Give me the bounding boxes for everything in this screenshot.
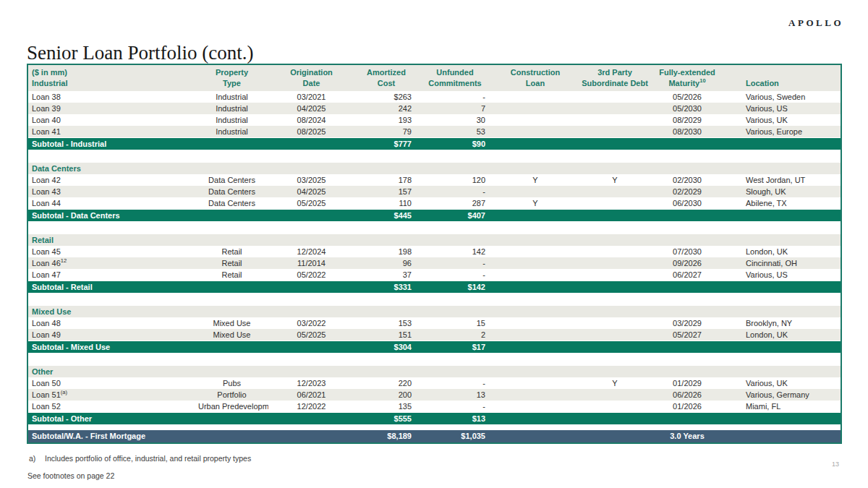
spacer-row bbox=[27, 425, 841, 431]
table-cell: - bbox=[418, 186, 492, 197]
subtotal-empty-cell bbox=[492, 281, 841, 294]
subtotal-cost-cell: $777 bbox=[354, 138, 418, 150]
column-header-line2: Date bbox=[271, 78, 352, 89]
table-cell: 7 bbox=[418, 103, 492, 114]
table-cell: 135 bbox=[354, 401, 418, 413]
table-cell: 151 bbox=[354, 329, 418, 341]
subtotal-cost-cell: $555 bbox=[354, 413, 418, 425]
column-header-line2: Commitments bbox=[421, 78, 489, 89]
table-cell: 01/2029 bbox=[651, 377, 723, 389]
table-cell: 178 bbox=[354, 174, 418, 186]
table-cell: 53 bbox=[418, 126, 492, 138]
table-cell: Urban Predevelopment bbox=[195, 401, 268, 413]
table-cell: 07/2030 bbox=[651, 246, 723, 257]
table-cell bbox=[492, 377, 579, 389]
column-header-line1: Construction bbox=[495, 67, 576, 78]
table-cell: Y bbox=[492, 197, 579, 210]
table-cell: London, UK bbox=[723, 329, 841, 341]
table-cell bbox=[579, 126, 651, 138]
table-cell: Retail bbox=[195, 246, 268, 257]
table-cell: 06/2030 bbox=[651, 197, 723, 210]
table-cell: 05/2025 bbox=[268, 197, 354, 210]
column-header: PropertyType bbox=[195, 64, 268, 91]
spacer-cell bbox=[27, 425, 841, 431]
table-cell: - bbox=[418, 91, 492, 103]
table-cell bbox=[492, 126, 579, 138]
table-cell: 157 bbox=[354, 186, 418, 197]
table-cell: Data Centers bbox=[195, 174, 268, 186]
table-row: Loan 50Pubs12/2023220-Y01/2029Various, U… bbox=[27, 377, 841, 389]
table-cell bbox=[492, 329, 579, 341]
table-cell: 11/2014 bbox=[268, 257, 354, 269]
table-cell bbox=[492, 186, 579, 197]
table-cell: London, UK bbox=[723, 246, 841, 257]
column-header-line1: Amortized bbox=[357, 67, 415, 78]
table-cell: Slough, UK bbox=[723, 186, 841, 197]
loan-name-cell: Loan 40 bbox=[27, 114, 195, 126]
table-cell: Cincinnati, OH bbox=[723, 257, 841, 269]
column-header: ($ in mm)Industrial bbox=[27, 64, 195, 91]
table-cell: 03/2029 bbox=[651, 317, 723, 329]
column-header: ConstructionLoan bbox=[492, 64, 579, 91]
section-label-cell: Mixed Use bbox=[27, 306, 841, 317]
table-cell: 12/2024 bbox=[268, 246, 354, 257]
subtotal-unfunded-cell: $90 bbox=[418, 138, 492, 150]
table-cell: 01/2026 bbox=[651, 401, 723, 413]
table-cell bbox=[579, 401, 651, 413]
subtotal-label-cell: Subtotal - Retail bbox=[27, 281, 354, 294]
loan-name-cell: Loan 52 bbox=[27, 401, 195, 413]
loan-name-cell: Loan 4612 bbox=[27, 257, 195, 269]
subtotal-unfunded-cell: $13 bbox=[418, 413, 492, 425]
table-cell bbox=[492, 246, 579, 257]
table-cell: Industrial bbox=[195, 91, 268, 103]
table-cell: $263 bbox=[354, 91, 418, 103]
table-cell: Abilene, TX bbox=[723, 197, 841, 210]
column-header-line2: Type bbox=[198, 78, 265, 89]
table-cell: 05/2025 bbox=[268, 329, 354, 341]
table-cell: 12/2022 bbox=[268, 401, 354, 413]
section-label-row: Other bbox=[27, 366, 841, 377]
table-cell: 2 bbox=[418, 329, 492, 341]
subtotal-cost-cell: $445 bbox=[354, 210, 418, 222]
table-cell bbox=[579, 317, 651, 329]
section-label-cell: Data Centers bbox=[27, 163, 841, 174]
table-cell bbox=[492, 401, 579, 413]
table-cell: 05/2022 bbox=[268, 269, 354, 281]
table-row: Loan 42Data Centers03/2025178120YY02/203… bbox=[27, 174, 841, 186]
table-cell: 09/2026 bbox=[651, 257, 723, 269]
subtotal-unfunded-cell: $407 bbox=[418, 210, 492, 222]
column-header: Fully-extendedMaturity10 bbox=[651, 64, 723, 91]
column-header-line1: ($ in mm) bbox=[32, 67, 192, 78]
section-label-cell: Other bbox=[27, 366, 841, 377]
table-cell: 05/2027 bbox=[651, 329, 723, 341]
spacer-cell bbox=[27, 354, 841, 367]
column-header: OriginationDate bbox=[268, 64, 354, 91]
table-cell: Mixed Use bbox=[195, 329, 268, 341]
loan-name-cell: Loan 43 bbox=[27, 186, 195, 197]
table-row: Loan 45Retail12/202419814207/2030London,… bbox=[27, 246, 841, 257]
table-cell: Industrial bbox=[195, 126, 268, 138]
table-cell: Portfolio bbox=[195, 389, 268, 401]
table-container: ($ in mm)IndustrialPropertyTypeOriginati… bbox=[27, 64, 843, 444]
subtotal-unfunded-cell: $17 bbox=[418, 341, 492, 354]
table-cell: Miami, FL bbox=[723, 401, 841, 413]
loan-name-cell: Loan 41 bbox=[27, 126, 195, 138]
table-cell: - bbox=[418, 377, 492, 389]
table-cell bbox=[492, 114, 579, 126]
table-cell: Industrial bbox=[195, 114, 268, 126]
grand-total-maturity-cell: 3.0 Years bbox=[651, 430, 723, 443]
subtotal-cost-cell: $331 bbox=[354, 281, 418, 294]
table-cell bbox=[579, 329, 651, 341]
column-header-line1: Property bbox=[198, 67, 265, 78]
grand-total-label-cell: Subtotal/W.A. - First Mortgage bbox=[27, 430, 354, 443]
header-row: ($ in mm)IndustrialPropertyTypeOriginati… bbox=[27, 64, 841, 91]
table-cell bbox=[492, 389, 579, 401]
loan-name-cell: Loan 49 bbox=[27, 329, 195, 341]
table-cell: Various, Sweden bbox=[723, 91, 841, 103]
table-row: Loan 44Data Centers05/2025110287Y06/2030… bbox=[27, 197, 841, 210]
column-header-line2: Loan bbox=[495, 78, 576, 89]
section-label-cell: Retail bbox=[27, 234, 841, 246]
table-row: Loan 47Retail05/202237-06/2027Various, U… bbox=[27, 269, 841, 281]
table-cell bbox=[579, 246, 651, 257]
table-cell bbox=[579, 389, 651, 401]
